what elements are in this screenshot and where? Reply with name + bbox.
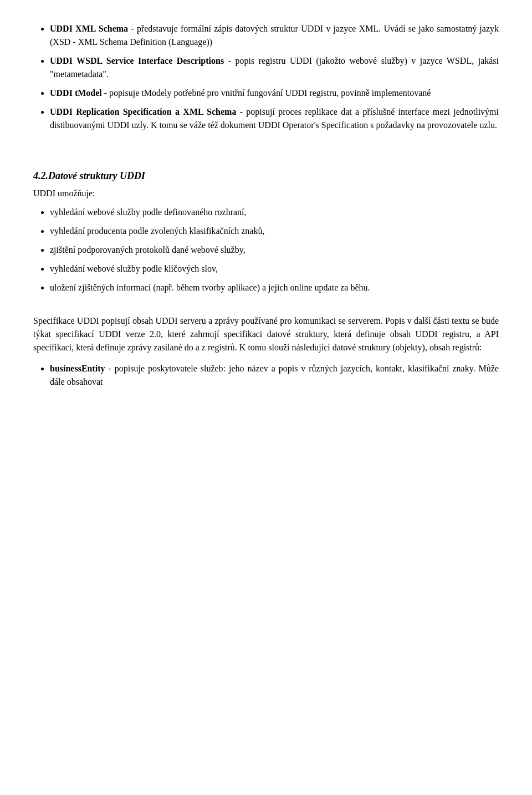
list-item-vyhledani-klicova: vyhledání webové služby podle klíčových …	[50, 262, 499, 276]
bullet-text-4: vyhledání webové služby podle klíčových …	[50, 264, 218, 273]
uddi-wsdl-label: UDDI WSDL Service Interface Descriptions	[50, 56, 224, 65]
uddi-tmodel-text: - popisuje tModely potřebné pro vnitřní …	[102, 88, 431, 98]
bullet-text-1: vyhledání webové služby podle definované…	[50, 207, 247, 217]
list-item-business-entity: businessEntity - popisuje poskytovatele …	[50, 362, 499, 389]
paragraph-specifikace: Specifikace UDDI popisují obsah UDDI ser…	[33, 314, 499, 354]
bullet-text-2: vyhledání producenta podle zvolených kla…	[50, 226, 264, 236]
spacer1	[33, 141, 499, 152]
bullet-text-5: uložení zjištěných informací (např. běhe…	[50, 283, 370, 292]
section-intro-text: UDDI umožňuje:	[33, 187, 499, 200]
list-item-vyhledani-producenta: vyhledání producenta podle zvolených kla…	[50, 225, 499, 238]
list-item-uddi-xml-schema: UDDI XML Schema - představuje formální z…	[50, 22, 499, 49]
section-bullet-list: vyhledání webové služby podle definované…	[33, 206, 499, 294]
list-item-uddi-replication: UDDI Replication Specification a XML Sch…	[50, 105, 499, 132]
list-item-zjisteni-protokolu: zjištění podporovaných protokolů dané we…	[50, 243, 499, 257]
uddi-tmodel-label: UDDI tModel	[50, 88, 102, 98]
list-item-ulozeni-informaci: uložení zjištěných informací (např. běhe…	[50, 281, 499, 294]
list-item-uddi-wsdl: UDDI WSDL Service Interface Descriptions…	[50, 54, 499, 81]
spacer2	[33, 303, 499, 314]
uddi-replication-label: UDDI Replication Specification a XML Sch…	[50, 107, 236, 116]
business-entity-label: businessEntity	[50, 364, 105, 373]
uddi-xml-schema-label: UDDI XML Schema	[50, 24, 128, 33]
intro-bullet-list: UDDI XML Schema - představuje formální z…	[33, 22, 499, 132]
main-content: UDDI XML Schema - představuje formální z…	[33, 22, 499, 389]
list-item-uddi-tmodel: UDDI tModel - popisuje tModely potřebné …	[50, 86, 499, 100]
bottom-bullet-list: businessEntity - popisuje poskytovatele …	[33, 362, 499, 389]
section-heading: 4.2.Datové struktury UDDI	[33, 169, 499, 184]
bullet-text-3: zjištění podporovaných protokolů dané we…	[50, 245, 245, 254]
list-item-vyhledani-sluzby: vyhledání webové služby podle definované…	[50, 206, 499, 219]
business-entity-text: - popisuje poskytovatele služeb: jeho ná…	[50, 364, 499, 386]
